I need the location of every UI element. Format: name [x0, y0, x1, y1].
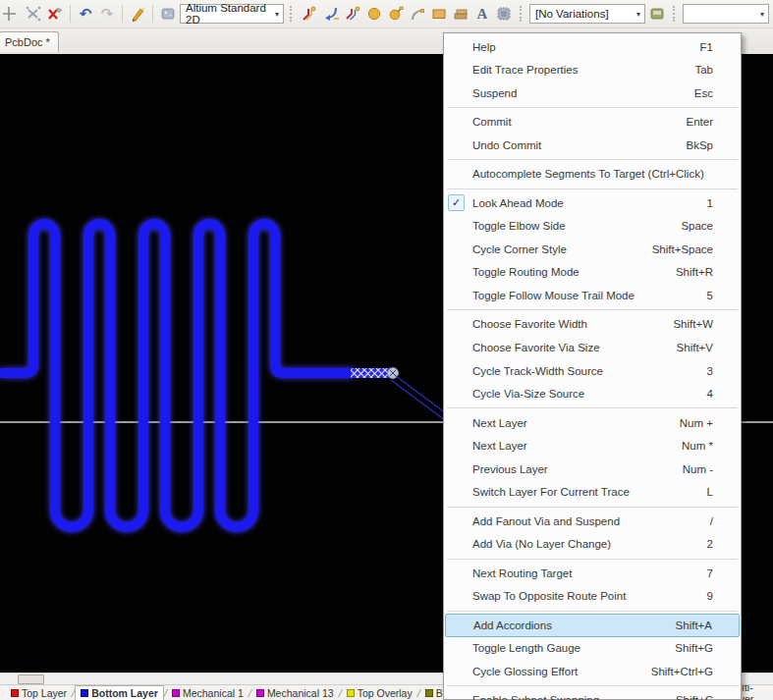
menu-item-enable-subnet-swapping[interactable]: Enable Subnet SwappingShift+C [444, 688, 741, 700]
menu-item-shortcut: Shift+A [676, 619, 712, 631]
menu-item-swap-to-opposite-route-point[interactable]: Swap To Opposite Route Point9 [444, 585, 741, 609]
menu-item-shortcut: Shift+C [676, 694, 713, 700]
menu-item-label: Toggle Elbow Side [472, 220, 681, 232]
toolbar-drag-handle [673, 6, 677, 22]
menu-item-shortcut: Shift+R [676, 266, 713, 278]
region-icon[interactable] [451, 4, 470, 24]
interactive-route-icon[interactable] [300, 4, 319, 24]
menu-item-shortcut: Tab [694, 64, 713, 76]
component-icon[interactable] [494, 4, 514, 24]
fill-icon[interactable] [429, 4, 449, 24]
menu-item-suspend[interactable]: SuspendEsc [444, 81, 741, 105]
menu-item-cycle-via-size-source[interactable]: Cycle Via-Size Source4 [444, 382, 741, 405]
menu-item-cycle-track-width-source[interactable]: Cycle Track-Width Source3 [444, 359, 741, 383]
toolbar-separator [122, 5, 123, 23]
menu-item-label: Undo Commit [472, 139, 687, 151]
extra-combo[interactable]: ▾ [683, 4, 769, 24]
route-arrow-icon[interactable] [321, 4, 341, 24]
menu-item-switch-layer-for-current-trace[interactable]: Switch Layer For Current TraceL [444, 481, 741, 505]
lookahead-hatched-segment [351, 368, 391, 378]
layer-tab-label: Mechanical 13 [267, 687, 334, 699]
undo-icon[interactable]: ↶ [76, 4, 95, 24]
menu-item-toggle-elbow-side[interactable]: Toggle Elbow SideSpace [444, 215, 741, 239]
menu-item-edit-trace-properties[interactable]: Edit Trace PropertiesTab [444, 59, 741, 82]
menu-item-cycle-corner-style[interactable]: Cycle Corner StyleShift+Space [444, 238, 741, 261]
menu-item-previous-layer[interactable]: Previous LayerNum - [444, 458, 741, 481]
menu-item-next-layer[interactable]: Next LayerNum + [444, 411, 741, 435]
string-icon[interactable]: A [472, 4, 492, 24]
menu-item-add-accordions[interactable]: Add AccordionsShift+A [445, 614, 740, 637]
menu-item-toggle-routing-mode[interactable]: Toggle Routing ModeShift+R [444, 261, 741, 285]
toolbar-drag-handle [520, 6, 524, 22]
diff-pair-route-icon[interactable] [343, 4, 362, 24]
menu-item-next-routing-target[interactable]: Next Routing Target7 [444, 562, 741, 585]
menu-item-label: Toggle Routing Mode [472, 266, 676, 278]
redo-icon[interactable]: ↷ [97, 4, 117, 24]
undo-glyph: ↶ [80, 7, 92, 22]
menu-item-label: Add Fanout Via and Suspend [472, 515, 710, 527]
menu-item-cycle-glossing-effort[interactable]: Cycle Glossing EffortShift+Ctrl+G [444, 660, 741, 683]
chevron-down-icon[interactable]: ▾ [270, 10, 283, 19]
menu-separator [447, 685, 738, 686]
checkmark-icon: ✓ [448, 194, 465, 211]
menu-item-undo-commit[interactable]: Undo CommitBkSp [444, 134, 741, 157]
layer-tab-top-overlay[interactable]: Top Overlay [342, 685, 417, 700]
variations-combo[interactable]: [No Variations]▾ [529, 4, 645, 24]
menu-item-shortcut: Esc [694, 87, 713, 99]
menu-item-toggle-length-gauge[interactable]: Toggle Length GaugeShift+G [444, 637, 741, 661]
delete-cross-icon[interactable] [45, 4, 65, 24]
routing-context-menu: HelpF1Edit Trace PropertiesTabSuspendEsc… [443, 32, 742, 700]
chevron-down-icon[interactable]: ▾ [755, 10, 768, 19]
menu-item-label: Add Accordions [473, 619, 676, 631]
menu-item-shortcut: Num - [683, 463, 713, 475]
menu-item-add-via-no-layer-change[interactable]: Add Via (No Layer Change)2 [444, 533, 741, 557]
main-toolbar: ↶↷Altium Standard 2D▾A[No Variations]▾▾ [0, 0, 773, 28]
menu-item-shortcut: Shift+Ctrl+G [651, 666, 713, 677]
menu-separator [447, 407, 738, 408]
pad-icon[interactable] [364, 4, 384, 24]
menu-separator [447, 507, 738, 508]
layer-color-swatch [256, 689, 264, 697]
menu-item-help[interactable]: HelpF1 [444, 35, 741, 59]
menu-item-choose-favorite-via-size[interactable]: Choose Favorite Via SizeShift+V [444, 336, 741, 359]
board-insight-icon[interactable] [158, 4, 178, 24]
arc-icon[interactable] [408, 4, 427, 24]
layer-color-swatch [81, 689, 88, 697]
menu-item-add-fanout-via-and-suspend[interactable]: Add Fanout Via and Suspend/ [444, 510, 741, 533]
layer-tab-top-layer[interactable]: Top Layer [6, 685, 72, 700]
variant-icon[interactable] [647, 4, 667, 24]
menu-item-shortcut: Space [681, 220, 713, 232]
document-tab-pcbdoc[interactable]: PcbDoc * [0, 31, 59, 52]
via-icon[interactable] [386, 4, 406, 24]
menu-item-label: Next Routing Target [472, 567, 707, 579]
layer-color-swatch [347, 689, 355, 697]
menu-item-look-ahead-mode[interactable]: ✓Look Ahead Mode1 [444, 191, 741, 215]
menu-item-shortcut: Num + [680, 417, 713, 429]
menu-separator [447, 611, 738, 612]
menu-item-choose-favorite-width[interactable]: Choose Favorite WidthShift+W [444, 313, 741, 337]
layer-color-swatch [11, 689, 19, 697]
horizontal-scrollbar-thumb[interactable] [18, 674, 44, 684]
chevron-down-icon[interactable]: ▾ [632, 10, 644, 19]
toolbar-separator [152, 5, 153, 23]
menu-item-label: Autocomplete Segments To Target (Ctrl+Cl… [472, 168, 713, 180]
layer-tab-bottom-layer[interactable]: Bottom Layer [75, 685, 164, 700]
layer-tab-mechanical-1[interactable]: Mechanical 1 [167, 685, 248, 700]
menu-item-shortcut: L [707, 486, 713, 498]
menu-item-label: Previous Layer [472, 463, 683, 475]
crosshair-partial-icon[interactable] [2, 4, 22, 24]
menu-item-shortcut: 9 [707, 590, 713, 602]
view-mode-combo[interactable]: Altium Standard 2D▾ [180, 4, 284, 24]
serpentine-trace [0, 224, 354, 527]
layer-tab-mechanical-13[interactable]: Mechanical 13 [251, 685, 339, 700]
menu-item-label: Cycle Track-Width Source [472, 365, 707, 377]
menu-separator [447, 188, 738, 189]
menu-item-toggle-follow-mouse-trail-mode[interactable]: Toggle Follow Mouse Trail Mode5 [444, 284, 741, 307]
menu-item-next-layer[interactable]: Next LayerNum * [444, 434, 741, 458]
menu-item-shortcut: 5 [707, 290, 713, 301]
net-select-icon[interactable] [24, 4, 43, 24]
wand-pencil-icon[interactable] [128, 4, 147, 24]
menu-item-commit[interactable]: CommitEnter [444, 111, 741, 135]
toolbar-drag-handle [290, 6, 294, 22]
menu-item-autocomplete-segments-to-target-ctrl-click[interactable]: Autocomplete Segments To Target (Ctrl+Cl… [444, 163, 741, 187]
